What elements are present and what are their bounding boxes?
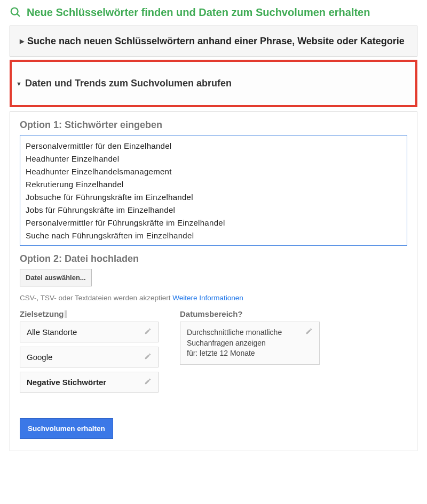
panel-header-open[interactable]: ▼ Daten und Trends zum Suchvolumen abruf…	[12, 62, 415, 105]
daterange-text: Durchschnittliche monatliche Suchanfrage…	[187, 327, 282, 359]
targeting-label-text: Zielsetzung	[20, 309, 64, 318]
page-title: Neue Schlüsselwörter finden und Daten zu…	[27, 5, 370, 20]
search-icon	[10, 5, 21, 20]
keyword-line: Suche nach Führungskräften im Einzelhand…	[26, 229, 401, 242]
daterange-line3: für: letzte 12 Monate	[187, 349, 255, 357]
triangle-down-icon: ▼	[16, 81, 22, 87]
file-hint-text: CSV-, TSV- oder Textdateien werden akzep…	[20, 294, 172, 302]
keyword-line: Personalvermittler für den Einzelhandel	[26, 140, 401, 153]
svg-line-1	[17, 14, 20, 17]
targeting-item-label: Alle Standorte	[27, 327, 77, 337]
option1-label: Option 1: Stichwörter eingeben	[20, 119, 407, 131]
keyword-line: Headhunter Einzelhandel	[26, 153, 401, 165]
settings-columns: Zielsetzung Alle StandorteGoogleNegative…	[20, 309, 407, 397]
keyword-line: Jobs für Führungskräfte im Einzelhandel	[26, 204, 401, 217]
targeting-item-label: Google	[27, 353, 52, 362]
keyword-line: Headhunter Einzelhandelsmanagement	[26, 165, 401, 178]
daterange-column: Datumsbereich? Durchschnittliche monatli…	[180, 309, 320, 397]
pencil-icon	[144, 327, 152, 337]
pencil-icon	[144, 353, 152, 362]
more-info-link[interactable]: Weitere Informationen	[172, 294, 243, 302]
keyword-line: Jobsuche für Führungskräfte im Einzelhan…	[26, 191, 401, 204]
panel-title: Daten und Trends zum Suchvolumen abrufen	[25, 78, 232, 89]
targeting-label: Zielsetzung	[20, 309, 159, 318]
targeting-item[interactable]: Google	[20, 347, 159, 367]
targeting-item[interactable]: Negative Stichwörter	[20, 372, 159, 393]
page-header: Neue Schlüsselwörter finden und Daten zu…	[10, 5, 417, 20]
keywords-textarea[interactable]: Personalvermittler für den EinzelhandelH…	[20, 135, 407, 246]
pencil-icon	[144, 378, 152, 387]
pencil-icon	[305, 327, 313, 338]
daterange-line1: Durchschnittliche monatliche	[187, 328, 282, 337]
panel-header-collapsed[interactable]: ▶ Suche nach neuen Schlüsselwörtern anha…	[10, 26, 417, 56]
panel-search-new-keywords[interactable]: ▶ Suche nach neuen Schlüsselwörtern anha…	[10, 26, 417, 57]
keyword-line: Rekrutierung Einzelhandel	[26, 178, 401, 191]
panel-search-volume-trends: ▼ Daten und Trends zum Suchvolumen abruf…	[10, 60, 417, 107]
get-search-volume-button[interactable]: Suchvolumen erhalten	[20, 418, 113, 439]
panel-title: Suche nach neuen Schlüsselwörtern anhand…	[27, 35, 405, 47]
option2-label: Option 2: Datei hochladen	[20, 253, 407, 265]
file-hint: CSV-, TSV- oder Textdateien werden akzep…	[20, 294, 407, 302]
keyword-line: Personalvermittler für Führungskräfte im…	[26, 217, 401, 229]
targeting-column: Zielsetzung Alle StandorteGoogleNegative…	[20, 309, 159, 397]
daterange-selector[interactable]: Durchschnittliche monatliche Suchanfrage…	[180, 322, 320, 365]
targeting-item-label: Negative Stichwörter	[27, 378, 106, 387]
triangle-right-icon: ▶	[20, 37, 24, 45]
targeting-item[interactable]: Alle Standorte	[20, 322, 159, 342]
help-icon[interactable]	[65, 310, 67, 318]
daterange-line2: Suchanfragen anzeigen	[187, 339, 266, 347]
choose-file-button[interactable]: Datei auswählen...	[20, 269, 92, 286]
panel-body: Option 1: Stichwörter eingeben Personalv…	[10, 111, 417, 451]
daterange-label: Datumsbereich?	[180, 309, 320, 318]
